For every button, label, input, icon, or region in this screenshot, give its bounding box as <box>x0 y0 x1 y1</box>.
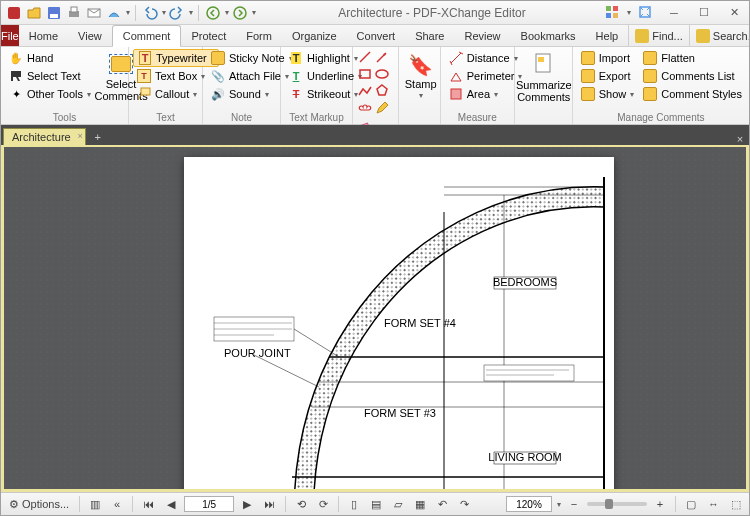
stamp-tool[interactable]: 🔖Stamp▾ <box>403 49 439 105</box>
tab-protect[interactable]: Protect <box>181 25 236 46</box>
comment-styles[interactable]: Comment Styles <box>639 85 745 103</box>
fit-width[interactable]: ↔ <box>704 495 723 513</box>
scan-icon[interactable] <box>105 4 123 22</box>
print-icon[interactable] <box>65 4 83 22</box>
qat-dropdown-icon[interactable]: ▾ <box>126 8 130 17</box>
group-label: Tools <box>5 111 124 124</box>
save-icon[interactable] <box>45 4 63 22</box>
distance-tool[interactable]: Distance▾ <box>445 49 526 67</box>
app-icon <box>5 4 23 22</box>
svg-rect-10 <box>606 13 611 18</box>
file-menu[interactable]: File <box>1 25 19 46</box>
page-number-input[interactable] <box>184 496 234 512</box>
undo-icon[interactable] <box>141 4 159 22</box>
layout-facing[interactable]: ▱ <box>389 495 407 513</box>
tab-share[interactable]: Share <box>405 25 454 46</box>
styles-icon <box>642 86 658 102</box>
polyline-tool[interactable] <box>357 83 373 99</box>
redo-icon[interactable] <box>168 4 186 22</box>
callout-icon <box>136 86 152 102</box>
tab-comment[interactable]: Comment <box>112 25 182 47</box>
svg-rect-23 <box>536 54 550 72</box>
email-icon[interactable] <box>85 4 103 22</box>
close-button[interactable]: ✕ <box>719 1 749 25</box>
open-icon[interactable] <box>25 4 43 22</box>
hand-tool[interactable]: ✋Hand <box>5 49 94 67</box>
tab-view[interactable]: View <box>68 25 112 46</box>
tab-convert[interactable]: Convert <box>347 25 406 46</box>
strikeout-icon: T <box>288 86 304 102</box>
prev-page[interactable]: ◀ <box>162 495 180 513</box>
rect-tool[interactable] <box>357 66 373 82</box>
oval-tool[interactable] <box>374 66 390 82</box>
other-tools[interactable]: ✦Other Tools▾ <box>5 85 94 103</box>
search-button[interactable]: Search... <box>689 25 750 46</box>
options-button[interactable]: ⚙ Options... <box>5 495 73 513</box>
svg-rect-16 <box>360 70 370 78</box>
svg-rect-11 <box>613 13 618 18</box>
zoom-input[interactable] <box>506 496 552 512</box>
tab-bookmarks[interactable]: Bookmarks <box>511 25 586 46</box>
import-comments[interactable]: Import <box>577 49 638 67</box>
zoom-out[interactable]: − <box>565 495 583 513</box>
tab-form[interactable]: Form <box>236 25 282 46</box>
area-icon <box>448 86 464 102</box>
ui-options-icon[interactable] <box>604 4 620 22</box>
svg-rect-2 <box>50 14 58 18</box>
add-tab-button[interactable]: + <box>90 129 106 145</box>
tab-home[interactable]: Home <box>19 25 68 46</box>
rotate-cw[interactable]: ↷ <box>455 495 473 513</box>
close-tab-icon[interactable]: × <box>77 131 82 141</box>
rotate-ccw[interactable]: ↶ <box>433 495 451 513</box>
layout-single[interactable]: ▯ <box>345 495 363 513</box>
sticky-icon <box>210 50 226 66</box>
close-all-icon[interactable]: × <box>731 133 749 145</box>
document-tab[interactable]: Architecture× <box>3 128 86 145</box>
export-icon <box>580 68 596 84</box>
next-page[interactable]: ▶ <box>238 495 256 513</box>
export-comments[interactable]: Export <box>577 67 638 85</box>
tab-review[interactable]: Review <box>454 25 510 46</box>
nav-fwd[interactable]: ⟳ <box>314 495 332 513</box>
svg-rect-22 <box>451 89 461 99</box>
last-page[interactable]: ⏭ <box>260 495 279 513</box>
pencil-tool[interactable] <box>374 100 390 116</box>
first-page[interactable]: ⏮ <box>139 495 158 513</box>
flatten-comments[interactable]: Flatten <box>639 49 745 67</box>
paperclip-icon: 📎 <box>210 68 226 84</box>
cloud-tool[interactable] <box>357 100 373 116</box>
zoom-actual[interactable]: ⬚ <box>727 495 745 513</box>
svg-rect-13 <box>141 88 150 95</box>
layout-facing-cont[interactable]: ▦ <box>411 495 429 513</box>
fit-page[interactable]: ▢ <box>682 495 700 513</box>
window-title: Architecture - PDF-XChange Editor <box>260 6 604 20</box>
select-text-tool[interactable]: Select Text <box>5 67 94 85</box>
zoom-slider[interactable] <box>587 502 647 506</box>
arrow-tool[interactable] <box>374 49 390 65</box>
select-comments-icon <box>109 52 133 76</box>
nav-collapse[interactable]: « <box>108 495 126 513</box>
find-button[interactable]: Find... <box>628 25 689 46</box>
document-viewport[interactable]: BEDROOMS LIVING ROOM POUR JOINT FORM SET… <box>1 145 749 492</box>
perimeter-tool[interactable]: Perimeter▾ <box>445 67 526 85</box>
prev-icon[interactable] <box>204 4 222 22</box>
summarize-comments[interactable]: Summarize Comments <box>519 49 569 105</box>
polygon-tool[interactable] <box>374 83 390 99</box>
show-icon <box>580 86 596 102</box>
svg-point-7 <box>234 7 246 19</box>
layout-continuous[interactable]: ▤ <box>367 495 385 513</box>
sidebar-toggle[interactable]: ▥ <box>86 495 104 513</box>
maximize-button[interactable]: ☐ <box>689 1 719 25</box>
tab-organize[interactable]: Organize <box>282 25 347 46</box>
zoom-in[interactable]: + <box>651 495 669 513</box>
fullscreen-icon[interactable] <box>637 4 653 22</box>
minimize-button[interactable]: ─ <box>659 1 689 25</box>
textbox-icon: T <box>136 68 152 84</box>
comments-list[interactable]: Comments List <box>639 67 745 85</box>
tab-help[interactable]: Help <box>586 25 629 46</box>
show-comments[interactable]: Show▾ <box>577 85 638 103</box>
next-icon[interactable] <box>231 4 249 22</box>
line-tool[interactable] <box>357 49 373 65</box>
nav-back[interactable]: ⟲ <box>292 495 310 513</box>
area-tool[interactable]: Area▾ <box>445 85 526 103</box>
